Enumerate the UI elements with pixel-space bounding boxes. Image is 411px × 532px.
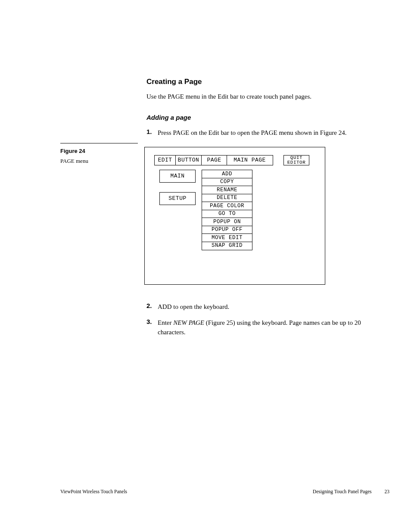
sidebar-rule	[60, 143, 138, 143]
step-number: 3.	[146, 318, 158, 337]
footer-page-number: 23	[385, 489, 390, 494]
menu-page-color[interactable]: PAGE COLOR	[202, 202, 252, 210]
setup-slot-button[interactable]: SETUP	[159, 192, 196, 205]
page-menu: ADD COPY RENAME DELETE PAGE COLOR GO TO …	[202, 170, 252, 250]
menu-add[interactable]: ADD	[202, 170, 252, 178]
main-slot-button[interactable]: MAIN	[159, 170, 196, 183]
step-text: Enter NEW PAGE (Figure 25) using the key…	[158, 318, 388, 337]
footer-section-title: Designing Touch Panel Pages	[313, 489, 372, 494]
toolbar-gap	[273, 155, 284, 165]
quit-editor-button[interactable]: QUITEDITOR	[283, 155, 309, 165]
section-heading: Creating a Page	[146, 78, 388, 86]
page-button[interactable]: PAGE	[201, 155, 227, 165]
step-number: 2.	[146, 302, 158, 312]
menu-move-edit[interactable]: MOVE EDIT	[202, 233, 252, 242]
menu-delete[interactable]: DELETE	[202, 194, 252, 202]
menu-go-to[interactable]: GO TO	[202, 210, 252, 218]
menu-copy[interactable]: COPY	[202, 178, 252, 187]
figure-label: Figure 24	[60, 148, 138, 154]
step-2: 2. ADD to open the keyboard.	[146, 302, 388, 312]
menu-rename[interactable]: RENAME	[202, 186, 252, 194]
menu-snap-grid[interactable]: SNAP GRID	[202, 242, 252, 250]
subsection-heading: Adding a page	[146, 114, 388, 121]
editor-top-bar: EDIT BUTTON PAGE MAIN PAGE QUITEDITOR	[154, 155, 319, 165]
page-footer: ViewPoint Wireless Touch Panels Designin…	[60, 489, 389, 494]
menu-popup-off[interactable]: POPUP OFF	[202, 226, 252, 234]
figure-caption: PAGE menu	[60, 158, 138, 165]
emphasis-new-page: NEW PAGE	[173, 319, 204, 326]
figure-24-panel: EDIT BUTTON PAGE MAIN PAGE QUITEDITOR MA…	[144, 147, 388, 285]
step-text: Press PAGE on the Edit bar to open the P…	[158, 128, 346, 138]
step-number: 1.	[146, 128, 158, 138]
step-1: 1. Press PAGE on the Edit bar to open th…	[146, 128, 388, 138]
step-text: ADD to open the keyboard.	[158, 302, 229, 312]
menu-popup-on[interactable]: POPUP ON	[202, 218, 252, 226]
main-page-button[interactable]: MAIN PAGE	[227, 155, 273, 165]
footer-left: ViewPoint Wireless Touch Panels	[60, 489, 127, 494]
step-3: 3. Enter NEW PAGE (Figure 25) using the …	[146, 318, 388, 337]
intro-text: Use the PAGE menu in the Edit bar to cre…	[146, 92, 388, 102]
edit-button[interactable]: EDIT	[154, 155, 176, 165]
button-button[interactable]: BUTTON	[175, 155, 202, 165]
